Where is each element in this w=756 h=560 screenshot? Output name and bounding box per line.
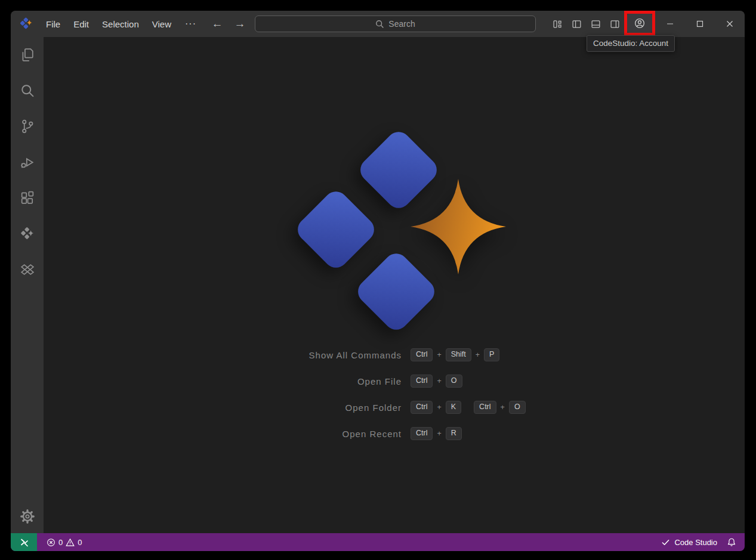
remote-icon bbox=[19, 537, 29, 547]
key: Ctrl bbox=[411, 348, 433, 361]
toggle-primary-sidebar-button[interactable] bbox=[567, 11, 586, 37]
sidebar-right-icon bbox=[610, 19, 620, 29]
back-icon[interactable]: ← bbox=[208, 15, 226, 33]
watermark-shortcuts: Show All Commands Ctrl + Shift + P Open … bbox=[234, 347, 604, 452]
shortcut-row: Open Folder Ctrl + K Ctrl + O bbox=[234, 400, 604, 415]
menu-file[interactable]: File bbox=[39, 11, 67, 37]
menu-overflow-button[interactable]: ··· bbox=[178, 18, 203, 29]
warning-icon bbox=[66, 538, 75, 547]
codestudio-sparkle-icon bbox=[19, 225, 36, 242]
close-button[interactable] bbox=[715, 11, 745, 37]
bell-icon bbox=[727, 537, 736, 547]
extensions-button[interactable] bbox=[13, 184, 42, 212]
plus-separator: + bbox=[437, 377, 441, 385]
forward-icon[interactable]: → bbox=[231, 15, 249, 33]
toggle-panel-button[interactable] bbox=[586, 11, 605, 37]
brand-status-button[interactable]: Code Studio bbox=[656, 533, 722, 551]
menu-selection[interactable]: Selection bbox=[95, 11, 146, 37]
activity-bar bbox=[11, 37, 44, 533]
codestudio-logo bbox=[288, 119, 508, 340]
title-bar: File Edit Selection View ··· ← → Search bbox=[11, 11, 745, 37]
account-button[interactable] bbox=[627, 14, 652, 33]
brand-label: Code Studio bbox=[674, 538, 717, 547]
warning-count: 0 bbox=[78, 538, 82, 547]
account-tooltip: CodeStudio: Account bbox=[587, 35, 675, 52]
key: O bbox=[446, 375, 462, 388]
vs-infinity-icon bbox=[19, 261, 36, 278]
vs-extension-button[interactable] bbox=[13, 255, 42, 284]
menu-edit[interactable]: Edit bbox=[67, 11, 95, 37]
notifications-button[interactable] bbox=[722, 533, 745, 551]
search-input[interactable]: Search bbox=[255, 16, 536, 32]
extensions-icon bbox=[19, 190, 36, 206]
minimize-button[interactable] bbox=[655, 11, 685, 37]
search-sidebar-button[interactable] bbox=[13, 76, 42, 105]
customize-layout-icon bbox=[553, 19, 563, 29]
shortcut-label-open-folder[interactable]: Open Folder bbox=[234, 403, 402, 413]
app-window: File Edit Selection View ··· ← → Search bbox=[11, 11, 745, 551]
check-icon bbox=[661, 538, 670, 547]
run-debug-button[interactable] bbox=[13, 148, 42, 177]
logo-star bbox=[411, 179, 506, 274]
problems-button[interactable]: 0 0 bbox=[42, 533, 87, 551]
app-logo-icon bbox=[19, 17, 33, 31]
error-icon bbox=[47, 538, 55, 547]
shortcut-label-open-recent[interactable]: Open Recent bbox=[234, 429, 402, 439]
search-placeholder: Search bbox=[388, 19, 415, 29]
gear-icon bbox=[19, 508, 36, 525]
key: O bbox=[509, 401, 526, 414]
maximize-icon bbox=[696, 20, 703, 27]
key: Shift bbox=[446, 348, 471, 361]
panel-bottom-icon bbox=[591, 19, 601, 29]
settings-button[interactable] bbox=[13, 502, 42, 531]
remote-indicator-button[interactable] bbox=[11, 533, 37, 551]
shortcut-row: Show All Commands Ctrl + Shift + P bbox=[234, 347, 604, 363]
shortcut-label-show-all-commands[interactable]: Show All Commands bbox=[234, 350, 402, 360]
plus-separator: + bbox=[437, 429, 441, 438]
key: K bbox=[446, 401, 461, 414]
plus-separator: + bbox=[476, 351, 480, 359]
error-count: 0 bbox=[58, 538, 63, 547]
key: R bbox=[446, 427, 462, 440]
codestudio-extension-button[interactable] bbox=[13, 219, 42, 248]
account-icon bbox=[633, 17, 646, 30]
logo-diamond-left bbox=[293, 187, 379, 273]
source-control-icon bbox=[19, 118, 36, 135]
source-control-button[interactable] bbox=[13, 112, 42, 141]
editor-area: Show All Commands Ctrl + Shift + P Open … bbox=[44, 37, 745, 533]
toggle-secondary-sidebar-button[interactable] bbox=[605, 11, 624, 37]
key: Ctrl bbox=[411, 427, 433, 440]
key: Ctrl bbox=[411, 375, 433, 388]
files-icon bbox=[19, 47, 36, 63]
search-icon bbox=[375, 20, 384, 29]
customize-layout-button[interactable] bbox=[548, 11, 567, 37]
menu-view[interactable]: View bbox=[146, 11, 178, 37]
plus-separator: + bbox=[437, 351, 441, 359]
status-bar: 0 0 Code Studio bbox=[11, 533, 745, 551]
shortcut-row: Open File Ctrl + O bbox=[234, 373, 604, 389]
sidebar-left-icon bbox=[572, 19, 582, 29]
maximize-button[interactable] bbox=[685, 11, 715, 37]
titlebar-right-controls bbox=[548, 11, 745, 37]
key: Ctrl bbox=[474, 401, 496, 414]
key: Ctrl bbox=[411, 401, 433, 414]
shortcut-row: Open Recent Ctrl + R bbox=[234, 426, 604, 441]
shortcut-label-open-file[interactable]: Open File bbox=[234, 376, 402, 386]
account-highlight-box bbox=[624, 11, 655, 36]
plus-separator: + bbox=[501, 403, 505, 412]
plus-separator: + bbox=[437, 403, 441, 412]
search-icon bbox=[19, 82, 36, 99]
minimize-icon bbox=[666, 20, 674, 27]
key: P bbox=[484, 348, 499, 361]
run-debug-icon bbox=[19, 154, 36, 171]
close-icon bbox=[726, 20, 733, 27]
explorer-button[interactable] bbox=[13, 41, 42, 69]
